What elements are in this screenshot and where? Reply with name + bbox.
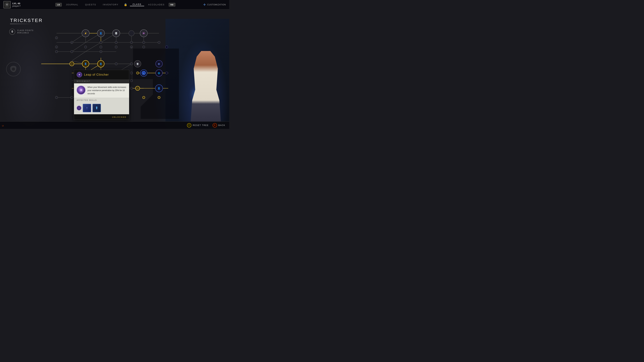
skill-tooltip: ✦ Leap of Clincher MOVEMENT When your Mo…: [74, 70, 129, 120]
svg-text:●: ●: [143, 72, 144, 74]
nav-item-journal[interactable]: JOURNAL: [63, 3, 81, 6]
class-points-panel: 0 CLASS POINTSAVAILABLE: [9, 29, 34, 35]
svg-text:👤: 👤: [100, 62, 102, 65]
y-button[interactable]: Y: [187, 123, 191, 127]
svg-point-97: [142, 46, 145, 48]
player-info: LVL 40 player7: [12, 2, 21, 7]
svg-text:🌐: 🌐: [158, 72, 160, 74]
svg-text:💀: 💀: [115, 32, 118, 35]
nav-rb-button[interactable]: RB: [169, 3, 176, 6]
svg-text:👾: 👾: [142, 32, 145, 35]
reset-tree-action[interactable]: Y RESET TREE: [187, 123, 208, 127]
svg-point-88: [142, 41, 145, 44]
customization-button[interactable]: ✛ CUSTOMIZATION: [203, 3, 226, 6]
svg-point-127: [130, 72, 133, 74]
affected-skill-icon-1: ↑: [83, 104, 91, 112]
svg-text:💀: 💀: [136, 63, 139, 65]
svg-text:👤: 👤: [84, 62, 87, 65]
tooltip-skill-icon: ✦: [77, 72, 82, 77]
svg-point-85: [100, 41, 102, 44]
logo-watermark: [6, 61, 21, 77]
nav-item-inventory[interactable]: INVENTORY: [100, 3, 121, 6]
main-content: TRICKSTER 0 CLASS POINTSAVAILABLE: [0, 9, 229, 129]
nav-center: LB JOURNAL QUESTS INVENTORY 🔒 CLASS ACCO…: [28, 3, 203, 6]
player-name: player7: [12, 5, 21, 7]
svg-text:8: 8: [72, 42, 72, 43]
customization-icon: ✛: [203, 3, 206, 6]
svg-text:7: 7: [56, 47, 57, 48]
points-label: CLASS POINTSAVAILABLE: [17, 29, 34, 34]
svg-point-94: [115, 46, 118, 48]
tooltip-description-area: When your Movement skills ends increases…: [74, 83, 129, 98]
tooltip-affected-label: AFFECTED SKILLS: [74, 98, 129, 102]
svg-point-158: [142, 96, 145, 99]
affected-skill-small-icon: [77, 106, 82, 110]
lock-icon: 🔒: [122, 3, 128, 6]
svg-line-41: [72, 42, 86, 52]
svg-marker-1: [133, 48, 179, 85]
tooltip-header: ✦ Leap of Clincher: [74, 70, 129, 79]
svg-text:7: 7: [56, 37, 57, 39]
player-level: LVL 40: [12, 2, 21, 5]
back-action[interactable]: B BACK: [213, 123, 225, 127]
ui-debug-indicator: UI: [2, 125, 4, 127]
tooltip-title: Leap of Clincher: [84, 73, 109, 76]
svg-point-129: [130, 79, 133, 82]
svg-point-87: [130, 41, 133, 44]
svg-point-131: [130, 87, 133, 90]
bottom-action-bar: Y RESET TREE B BACK: [0, 121, 229, 129]
svg-text:⚡: ⚡: [84, 32, 87, 35]
svg-point-125: [130, 62, 133, 65]
svg-point-155: [71, 96, 73, 99]
svg-point-141: [166, 46, 168, 48]
game-logo-icon: [3, 1, 11, 8]
svg-text:7: 7: [100, 51, 101, 53]
svg-text:8: 8: [131, 47, 132, 48]
svg-text:👤: 👤: [100, 32, 102, 35]
affected-skill-icon-2: ⬆: [92, 104, 101, 112]
svg-point-92: [84, 46, 87, 48]
tooltip-status: UNLOCKED: [74, 114, 129, 120]
page-title: TRICKSTER: [10, 18, 43, 24]
svg-point-144: [136, 72, 139, 74]
svg-line-43: [72, 52, 86, 61]
nav-item-quests[interactable]: QUESTS: [82, 3, 99, 6]
tooltip-description-text: When your Movement skills ends increases…: [88, 86, 126, 95]
svg-point-157: [158, 96, 160, 99]
svg-point-100: [71, 50, 73, 53]
player-logo: LVL 40 player7: [3, 1, 21, 8]
svg-text:⬡: ⬡: [137, 88, 138, 89]
character-art: [172, 29, 229, 121]
svg-point-99: [55, 50, 58, 53]
nav-lb-button[interactable]: LB: [56, 3, 62, 6]
svg-point-124: [115, 62, 118, 65]
tooltip-category: MOVEMENT: [74, 79, 129, 83]
svg-point-86: [115, 41, 118, 44]
svg-point-93: [100, 46, 102, 48]
svg-point-77: [129, 30, 134, 36]
reset-tree-label: RESET TREE: [193, 124, 208, 126]
back-label: BACK: [218, 124, 225, 126]
nav-item-class[interactable]: CLASS: [130, 3, 144, 6]
svg-point-138: [166, 72, 168, 74]
svg-line-42: [86, 42, 101, 52]
skill-icon-large: [77, 86, 86, 94]
points-icon: 0: [9, 29, 15, 35]
svg-text:👤: 👤: [158, 87, 160, 90]
svg-point-89: [158, 41, 160, 44]
nav-item-accolades[interactable]: ACCOLADES: [146, 3, 167, 6]
character-figure: [182, 37, 229, 121]
tooltip-affected-skills: ↑ ⬆: [74, 102, 129, 114]
b-button[interactable]: B: [213, 123, 217, 127]
top-navigation: LVL 40 player7 LB JOURNAL QUESTS INVENTO…: [0, 0, 229, 9]
character-body: [191, 51, 221, 121]
svg-text:⬡: ⬡: [71, 63, 72, 65]
svg-text:⬟: ⬟: [158, 63, 160, 65]
svg-point-154: [55, 96, 58, 99]
